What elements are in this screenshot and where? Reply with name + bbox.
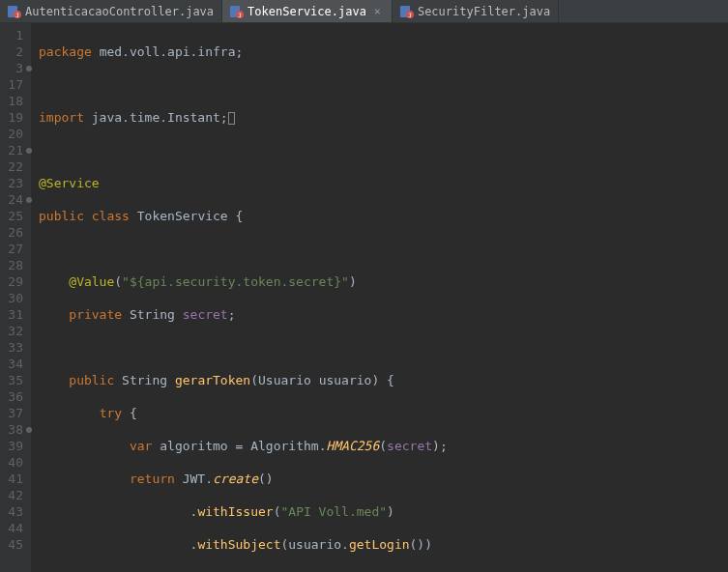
tab-label: AutenticacaoController.java xyxy=(25,5,214,18)
fold-indicator xyxy=(228,112,235,125)
java-class-icon: J xyxy=(8,5,21,18)
line-number: 26 xyxy=(0,224,31,241)
line-number: 24 xyxy=(0,191,31,208)
tab-label: TokenService.java xyxy=(248,5,366,18)
line-number: 18 xyxy=(0,93,31,109)
line-number: 3 xyxy=(0,60,31,76)
gutter-marker-icon xyxy=(26,427,32,433)
line-number: 1 xyxy=(0,27,31,43)
tab-autenticacao[interactable]: J AutenticacaoController.java xyxy=(0,0,222,22)
line-number: 20 xyxy=(0,126,31,142)
line-number: 41 xyxy=(0,471,31,487)
line-number: 27 xyxy=(0,241,31,257)
line-number: 25 xyxy=(0,208,31,224)
line-number: 29 xyxy=(0,273,31,290)
line-number: 32 xyxy=(0,323,31,339)
line-number: 19 xyxy=(0,109,31,126)
tab-tokenservice[interactable]: J TokenService.java ✕ xyxy=(222,0,393,22)
line-number: 36 xyxy=(0,388,31,405)
svg-text:J: J xyxy=(408,12,412,18)
svg-text:J: J xyxy=(15,12,19,18)
gutter-marker-icon xyxy=(26,197,32,203)
line-number: 21 xyxy=(0,142,31,158)
code-editor[interactable]: 1231718192021222324252627282930313233343… xyxy=(0,23,728,572)
line-number: 2 xyxy=(0,43,31,60)
line-number: 28 xyxy=(0,257,31,273)
code-area[interactable]: package med.voll.api.infra; import java.… xyxy=(31,23,728,572)
line-number: 37 xyxy=(0,405,31,421)
line-number: 35 xyxy=(0,372,31,388)
line-number: 44 xyxy=(0,520,31,536)
line-number: 30 xyxy=(0,290,31,306)
line-number: 33 xyxy=(0,339,31,356)
java-class-icon: J xyxy=(400,5,414,18)
line-gutter: 1231718192021222324252627282930313233343… xyxy=(0,23,31,572)
line-number: 39 xyxy=(0,438,31,454)
line-number: 31 xyxy=(0,306,31,323)
line-number: 22 xyxy=(0,158,31,175)
java-class-icon: J xyxy=(230,5,244,18)
line-number: 17 xyxy=(0,76,31,93)
line-number: 45 xyxy=(0,536,31,553)
tab-securityfilter[interactable]: J SecurityFilter.java xyxy=(393,0,559,22)
close-icon[interactable]: ✕ xyxy=(374,7,384,16)
line-number: 43 xyxy=(0,503,31,520)
line-number: 38 xyxy=(0,421,31,438)
line-number: 34 xyxy=(0,356,31,372)
tab-label: SecurityFilter.java xyxy=(418,5,550,18)
line-number: 42 xyxy=(0,487,31,503)
svg-text:J: J xyxy=(238,12,242,18)
line-number: 40 xyxy=(0,454,31,471)
line-number: 23 xyxy=(0,175,31,191)
editor-tabs: J AutenticacaoController.java J TokenSer… xyxy=(0,0,728,23)
gutter-marker-icon xyxy=(26,148,32,154)
gutter-marker-icon xyxy=(26,66,32,72)
